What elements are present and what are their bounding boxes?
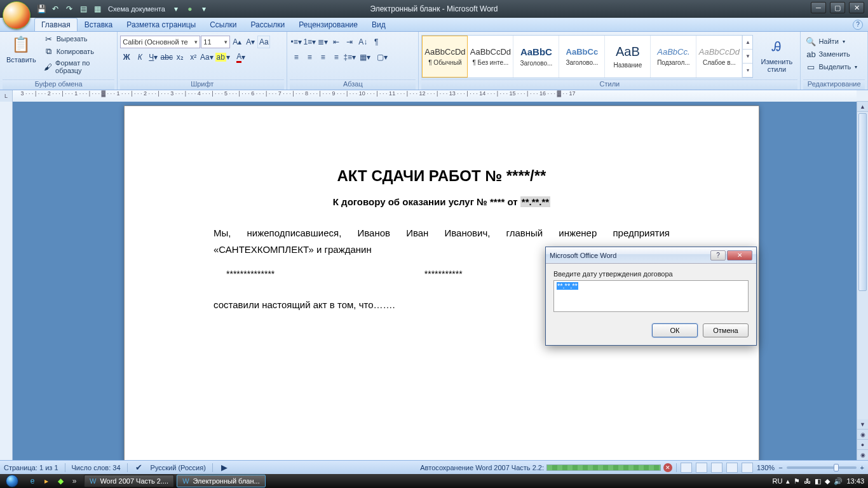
tab-references[interactable]: Ссылки <box>203 18 243 31</box>
style-subtle-emph[interactable]: AaBbCcDdСлабое в... <box>696 36 742 78</box>
shading-button[interactable]: ▦▾ <box>356 51 373 64</box>
view-draft-button[interactable] <box>742 463 753 473</box>
dialog-input[interactable]: **.**.** <box>553 280 749 312</box>
start-button[interactable] <box>0 474 24 488</box>
style-no-spacing[interactable]: AaBbCcDd¶ Без инте... <box>468 36 513 78</box>
macro-icon[interactable]: ▶ <box>219 463 229 473</box>
justify-button[interactable]: ≡ <box>330 51 342 64</box>
cut-button[interactable]: ✂Вырезать <box>41 33 115 44</box>
zoom-out-button[interactable]: − <box>778 464 782 471</box>
show-marks-button[interactable]: ¶ <box>370 36 383 48</box>
zoom-level[interactable]: 130% <box>757 464 775 471</box>
tray-app-icon[interactable]: ◧ <box>815 477 821 485</box>
browse-object-icon[interactable]: ● <box>857 440 868 450</box>
ok-button[interactable]: ОК <box>652 323 698 337</box>
superscript-button[interactable]: x² <box>187 51 200 64</box>
gallery-scroll[interactable]: ▲▼▾ <box>742 36 752 78</box>
view-outline-button[interactable] <box>726 463 738 473</box>
close-button[interactable]: ✕ <box>849 2 864 13</box>
multilevel-button[interactable]: ≣▾ <box>316 36 329 48</box>
highlight-button[interactable]: ab▾ <box>214 51 231 64</box>
shrink-font-button[interactable]: A▾ <box>244 36 257 48</box>
autosave-cancel-icon[interactable]: ✕ <box>663 463 672 472</box>
pinned-ie-icon[interactable]: e <box>27 475 38 487</box>
align-left-button[interactable]: ≡ <box>290 51 302 64</box>
numbering-button[interactable]: 1≡▾ <box>303 36 316 48</box>
align-right-button[interactable]: ≡ <box>316 51 329 64</box>
tray-show-hidden-icon[interactable]: ▴ <box>786 477 790 485</box>
tray-lang[interactable]: RU <box>773 477 783 485</box>
pinned-app-icon[interactable]: ◆ <box>55 475 66 487</box>
chevron-down-icon[interactable]: ▾ <box>198 3 210 15</box>
italic-button[interactable]: К <box>133 51 146 64</box>
redo-icon[interactable]: ↷ <box>64 3 75 15</box>
gallery-more-icon[interactable]: ▾ <box>743 64 752 78</box>
pinned-player-icon[interactable]: ▸ <box>41 475 52 487</box>
replace-button[interactable]: abЗаменить <box>803 48 860 60</box>
zoom-in-button[interactable]: + <box>860 464 864 471</box>
style-subtitle[interactable]: AaBbCc.Подзагол... <box>651 36 696 78</box>
date-field-highlight[interactable]: **.**.** <box>520 196 550 207</box>
qat-icon[interactable]: ▤ <box>78 3 89 15</box>
copy-button[interactable]: ⧉Копировать <box>41 46 115 57</box>
dialog-help-button[interactable]: ? <box>710 250 726 261</box>
undo-icon[interactable]: ↶ <box>50 3 61 15</box>
styles-gallery[interactable]: AaBbCcDd¶ Обычный AaBbCcDd¶ Без инте... … <box>421 35 753 78</box>
prev-page-icon[interactable]: ◉ <box>857 430 868 440</box>
scrollbar-vertical[interactable]: ▲ ▼ ◉ ● ◉ <box>857 102 868 460</box>
tab-insert[interactable]: Вставка <box>78 18 120 31</box>
line-spacing-button[interactable]: ‡≡▾ <box>343 51 356 64</box>
scroll-thumb[interactable] <box>858 113 867 291</box>
scroll-down-icon[interactable]: ▼ <box>857 419 868 430</box>
align-center-button[interactable]: ≡ <box>303 51 316 64</box>
tab-review[interactable]: Рецензирование <box>292 18 365 31</box>
ruler-vertical[interactable] <box>0 102 13 460</box>
view-full-screen-button[interactable] <box>696 463 707 473</box>
bold-button[interactable]: Ж <box>120 51 133 64</box>
borders-button[interactable]: ▢▾ <box>374 51 390 64</box>
style-heading1[interactable]: AaBbCЗаголово... <box>513 36 559 78</box>
select-button[interactable]: ▭Выделить▾ <box>803 61 860 72</box>
change-styles-button[interactable]: Ꭿ Изменить стили <box>756 35 797 74</box>
status-language[interactable]: Русский (Россия) <box>151 464 206 471</box>
dialog-titlebar[interactable]: Microsoft Office Word ? ✕ <box>546 247 756 264</box>
tray-flag-icon[interactable]: ⚑ <box>794 477 800 485</box>
tray-network-icon[interactable]: 🖧 <box>804 477 811 485</box>
view-web-button[interactable] <box>711 463 722 473</box>
strike-button[interactable]: abc <box>160 51 173 64</box>
zoom-slider[interactable] <box>787 466 857 469</box>
qat-label[interactable]: Схема документа <box>105 5 168 13</box>
view-print-layout-button[interactable] <box>681 463 692 473</box>
qat-icon[interactable]: ▦ <box>92 3 103 15</box>
tab-mailings[interactable]: Рассылки <box>243 18 292 31</box>
scroll-up-icon[interactable]: ▲ <box>743 36 752 50</box>
cancel-button[interactable]: Отмена <box>703 323 749 337</box>
taskbar-item[interactable]: WЭлектронный блан... <box>177 475 266 487</box>
find-button[interactable]: 🔍Найти▾ <box>803 36 860 47</box>
paste-button[interactable]: 📋 Вставить <box>3 33 40 65</box>
help-button[interactable]: ? <box>853 20 863 30</box>
chevron-right-icon[interactable]: » <box>69 475 80 487</box>
save-icon[interactable]: 💾 <box>36 3 47 15</box>
next-page-icon[interactable]: ◉ <box>857 450 868 460</box>
status-page[interactable]: Страница: 1 из 1 <box>4 464 58 471</box>
underline-button[interactable]: Ч▾ <box>147 51 159 64</box>
subscript-button[interactable]: x₂ <box>173 51 186 64</box>
scroll-up-icon[interactable]: ▲ <box>857 102 868 112</box>
font-name-combo[interactable]: Calibri (Основной те▾ <box>120 36 200 48</box>
scroll-down-icon[interactable]: ▼ <box>743 50 752 64</box>
font-color-button[interactable]: A▾ <box>232 51 250 64</box>
dec-indent-button[interactable]: ⇤ <box>330 36 342 48</box>
minimize-button[interactable]: ─ <box>811 2 826 13</box>
style-title[interactable]: AaBНазвание <box>605 36 651 78</box>
spell-check-icon[interactable]: ✔ <box>134 463 144 473</box>
status-words[interactable]: Число слов: 34 <box>72 464 121 471</box>
tray-clock[interactable]: 13:43 <box>846 477 864 485</box>
ruler-horizontal[interactable]: L 3 · · · | · · · 2 · · · | · · · 1 · · … <box>0 90 868 102</box>
bullets-button[interactable]: •≡▾ <box>290 36 302 48</box>
ruler-corner[interactable]: L <box>0 90 13 102</box>
style-heading2[interactable]: AaBbCcЗаголово... <box>559 36 605 78</box>
tab-home[interactable]: Главная <box>34 18 78 31</box>
tray-volume-icon[interactable]: 🔊 <box>834 477 843 485</box>
format-painter-button[interactable]: 🖌Формат по образцу <box>41 58 115 75</box>
